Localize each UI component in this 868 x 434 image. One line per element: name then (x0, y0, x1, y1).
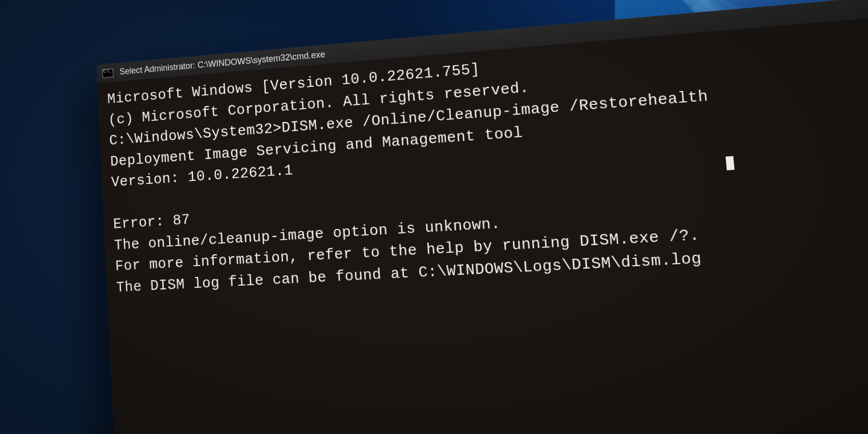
terminal-cursor (725, 156, 734, 170)
cmd-icon (102, 68, 114, 78)
cmd-window: Select Administrator: C:\WINDOWS\system3… (97, 0, 868, 434)
